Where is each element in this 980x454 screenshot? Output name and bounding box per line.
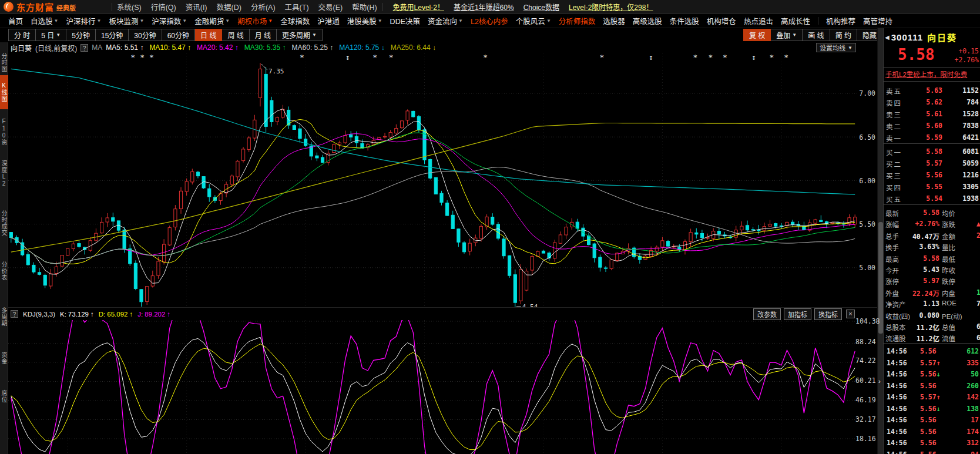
kdj-chart[interactable] bbox=[8, 320, 858, 454]
svg-text:*: * bbox=[149, 53, 154, 62]
nav-item-首页[interactable]: 首页 bbox=[8, 15, 23, 26]
tick-time: 14:56 bbox=[887, 370, 907, 378]
nav-item-条件选股[interactable]: 条件选股 bbox=[670, 15, 699, 26]
sidebar-item-F10资料[interactable]: F10资料 bbox=[0, 116, 8, 147]
kdj-button-换指标[interactable]: 换指标 bbox=[814, 308, 842, 320]
close-indicator-icon[interactable]: × bbox=[846, 310, 855, 318]
nav-item-沪深排行[interactable]: 沪深排行▼ bbox=[66, 15, 101, 26]
tool-button-叠加[interactable]: 叠加▼ bbox=[771, 29, 803, 41]
sidebar-item-席位[interactable]: 席位 bbox=[0, 383, 8, 410]
nav-item-金融期货[interactable]: 金融期货▼ bbox=[194, 15, 230, 26]
nav-item-分析师指数[interactable]: 分析师指数 bbox=[559, 15, 596, 26]
nav-item-板块监测[interactable]: 板块监测▼ bbox=[109, 15, 144, 26]
period-button-5日[interactable]: 5 日▼ bbox=[36, 29, 66, 41]
nav-item-港股美股[interactable]: 港股美股▼ bbox=[347, 15, 382, 26]
nav-item-沪港通[interactable]: 沪港通 bbox=[317, 15, 340, 26]
ma-settings-button[interactable]: 设置均线▼ bbox=[816, 43, 856, 52]
sidebar-item-K线图[interactable]: K线图 bbox=[0, 75, 8, 109]
nav-item-高级选股[interactable]: 高级选股 bbox=[633, 15, 662, 26]
nav-item-期权市场[interactable]: 期权市场▼ bbox=[237, 15, 273, 26]
tool-button-画线[interactable]: 画 线 bbox=[803, 29, 830, 41]
stat-label: 今开 bbox=[885, 265, 899, 275]
menu-item-帮助(H)[interactable]: 帮助(H) bbox=[352, 1, 377, 12]
nav-item-机构推荐[interactable]: 机构推荐 bbox=[826, 15, 855, 26]
nav-item-高成长性[interactable]: 高成长性 bbox=[781, 15, 810, 26]
sidebar-item-分价表[interactable]: 分价表 bbox=[0, 255, 8, 287]
menu-item-分析(A)[interactable]: 分析(A) bbox=[251, 1, 276, 12]
period-button-60分钟[interactable]: 60分钟 bbox=[162, 29, 195, 41]
order-price: 5.54 bbox=[926, 194, 942, 203]
stat-value: 18 bbox=[976, 288, 980, 297]
help-icon[interactable]: ? bbox=[80, 44, 88, 52]
sidebar-item-分时图[interactable]: 分时图 bbox=[0, 50, 8, 75]
nav-item-高管增持[interactable]: 高管增持 bbox=[863, 15, 892, 26]
candlestick-chart[interactable]: ****↕****↕***↕**7.354.54 bbox=[8, 53, 858, 307]
period-button-5分钟[interactable]: 5分钟 bbox=[66, 29, 96, 41]
chevron-down-icon: ▼ bbox=[792, 32, 797, 38]
collapse-panel-icon[interactable]: ◀ bbox=[885, 34, 890, 41]
sidebar-item-资金[interactable]: 资金 bbox=[0, 347, 8, 370]
tick-time: 14:56 bbox=[887, 359, 907, 367]
kdj-button-加指标[interactable]: 加指标 bbox=[784, 308, 811, 320]
period-button-分时[interactable]: 分 时 bbox=[8, 29, 36, 41]
promo-link[interactable]: Choice数据 bbox=[523, 2, 559, 12]
ma-value-MA5: MA5: 5.51 ↑ bbox=[106, 43, 143, 52]
period-button-30分钟[interactable]: 30分钟 bbox=[129, 29, 162, 41]
order-price: 5.61 bbox=[926, 110, 942, 118]
tick-row: 14:565.56↓138 bbox=[884, 403, 980, 415]
chevron-down-icon: ▼ bbox=[225, 18, 230, 23]
chevron-down-icon: ▼ bbox=[312, 32, 317, 38]
promo-link[interactable]: 免费用Level-2！ bbox=[393, 2, 444, 12]
period-button-15分钟[interactable]: 15分钟 bbox=[96, 29, 129, 41]
nav-item-全球指数[interactable]: 全球指数 bbox=[280, 15, 310, 26]
tick-price: 5.57↑ bbox=[920, 393, 941, 401]
tick-time: 14:56 bbox=[887, 428, 907, 436]
promo-link[interactable]: Level-2限时特惠，仅298！ bbox=[569, 2, 653, 12]
nav-item-机构增仓[interactable]: 机构增仓 bbox=[707, 15, 736, 26]
stock-code: 300111 bbox=[891, 32, 923, 42]
period-button-周线[interactable]: 周 线 bbox=[222, 29, 249, 41]
quote-header: ◀ 300111 向日葵 bbox=[884, 29, 980, 45]
order-row-买二: 买二5.575059 bbox=[884, 157, 980, 169]
sidebar-item-分时成交[interactable]: 分时成交 bbox=[0, 201, 8, 246]
menu-item-系统(S)[interactable]: 系统(S) bbox=[117, 1, 142, 12]
nav-item-资金流向[interactable]: 资金流向▼ bbox=[428, 15, 463, 26]
kdj-axis-label: 88.24 bbox=[855, 338, 875, 346]
period-button-日线[interactable]: 日 线 bbox=[195, 29, 222, 41]
app-window: 东方财富 经典版 系统(S)行情(Q)资讯(I)数据(D)分析(A)工具(T)交… bbox=[0, 0, 980, 454]
menu-item-资讯(I)[interactable]: 资讯(I) bbox=[186, 1, 207, 12]
help-icon[interactable]: ? bbox=[11, 310, 18, 318]
menu-item-数据(D)[interactable]: 数据(D) bbox=[217, 1, 241, 12]
tool-button-复权[interactable]: 复 权 bbox=[743, 29, 771, 41]
menu-item-行情(Q)[interactable]: 行情(Q) bbox=[151, 1, 176, 12]
sidebar-item-深度L2[interactable]: 深度L2 bbox=[0, 157, 8, 190]
nav-item-L2核心内参[interactable]: L2核心内参 bbox=[471, 15, 508, 26]
menu-item-工具(T)[interactable]: 工具(T) bbox=[285, 1, 309, 12]
order-label: 买二 bbox=[886, 159, 902, 169]
nav-item-沪深指数[interactable]: 沪深指数▼ bbox=[152, 15, 187, 26]
kdj-button-改参数[interactable]: 改参数 bbox=[753, 308, 781, 320]
collapse-chevron-icon[interactable]: › bbox=[878, 378, 881, 385]
stat-value: 5.58 bbox=[923, 254, 939, 263]
promo-banner-link[interactable]: 手机L2重磅上市，限时免费 bbox=[885, 69, 980, 79]
promo-link[interactable]: 基金近1年赚超60% bbox=[454, 2, 514, 12]
nav-item-选股器[interactable]: 选股器 bbox=[603, 15, 625, 26]
change-percent: +2.76% bbox=[954, 56, 979, 65]
kdj-axis-label: 46.19 bbox=[855, 396, 875, 404]
change-value: +0.15 bbox=[954, 47, 979, 56]
nav-item-DDE决策[interactable]: DDE决策 bbox=[390, 15, 420, 26]
tick-time: 14:56 bbox=[887, 405, 907, 413]
nav-item-热点追击[interactable]: 热点追击 bbox=[744, 15, 773, 26]
kdj-axis-label: 18.16 bbox=[855, 435, 875, 443]
chevron-down-icon: ▼ bbox=[848, 45, 853, 51]
period-button-更多周期[interactable]: 更多周期▼ bbox=[277, 29, 323, 41]
nav-item-自选股[interactable]: 自选股▼ bbox=[31, 15, 58, 26]
svg-text:*: * bbox=[483, 53, 488, 62]
menu-item-交易(E)[interactable]: 交易(E) bbox=[318, 1, 343, 12]
sidebar-item-多周期[interactable]: 多周期 bbox=[0, 301, 8, 332]
period-button-月线[interactable]: 月 线 bbox=[250, 29, 277, 41]
order-price: 5.63 bbox=[926, 86, 942, 95]
panel-scrollbar[interactable]: › bbox=[877, 28, 883, 454]
nav-item-个股风云[interactable]: 个股风云▼ bbox=[516, 15, 551, 26]
tool-button-简约[interactable]: 简 约 bbox=[830, 29, 857, 41]
